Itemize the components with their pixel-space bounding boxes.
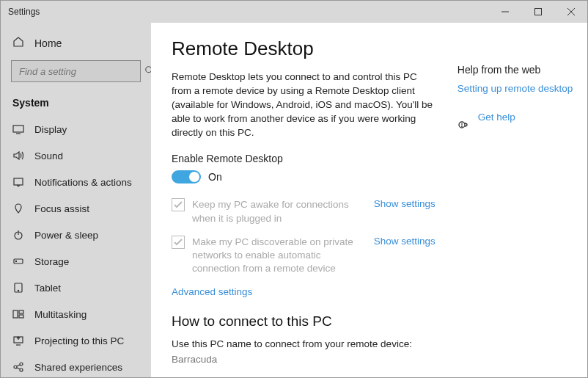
nav-label: Display	[34, 124, 67, 135]
svg-point-19	[14, 366, 17, 368]
window-title: Settings	[8, 7, 488, 17]
nav-label: Notifications & actions	[34, 177, 132, 188]
search-box[interactable]	[11, 60, 141, 82]
multitasking-icon	[12, 308, 24, 320]
focus-assist-icon	[12, 203, 24, 214]
connect-heading: How to connect to this PC	[172, 313, 436, 330]
nav-display[interactable]: Display	[1, 116, 151, 142]
svg-rect-15	[13, 310, 18, 318]
projecting-icon	[12, 335, 24, 346]
nav-power-sleep[interactable]: Power & sleep	[1, 222, 151, 248]
nav-label: Projecting to this PC	[34, 335, 124, 346]
svg-point-12	[15, 261, 16, 261]
keep-awake-label: Keep my PC awake for connections when it…	[192, 198, 374, 225]
help-panel: Help from the web Setting up remote desk…	[436, 37, 573, 377]
svg-rect-8	[14, 178, 23, 185]
svg-rect-11	[14, 259, 23, 263]
discoverable-show-settings-link[interactable]: Show settings	[374, 236, 436, 247]
titlebar: Settings	[1, 1, 587, 23]
display-icon	[12, 123, 24, 135]
pc-name: Barracuda	[172, 354, 436, 365]
svg-line-23	[17, 368, 20, 369]
notifications-icon	[12, 176, 24, 188]
help-heading: Help from the web	[457, 64, 573, 76]
home-icon	[12, 36, 24, 50]
section-label: System	[1, 90, 151, 116]
nav-label: Power & sleep	[34, 230, 98, 241]
svg-point-21	[20, 368, 23, 371]
nav-focus-assist[interactable]: Focus assist	[1, 195, 151, 222]
maximize-button[interactable]	[521, 1, 554, 23]
storage-icon	[12, 255, 24, 267]
shared-experiences-icon	[12, 361, 24, 373]
tablet-icon	[12, 282, 24, 294]
main-panel: Remote Desktop Remote Desktop lets you c…	[151, 23, 587, 377]
svg-point-20	[20, 363, 23, 366]
nav-sound[interactable]: Sound	[1, 142, 151, 169]
toggle-knob	[189, 172, 199, 182]
close-button[interactable]	[554, 1, 587, 23]
help-link[interactable]: Setting up remote desktop	[457, 83, 573, 94]
nav-label: Focus assist	[34, 203, 89, 214]
home-nav[interactable]: Home	[1, 30, 151, 56]
home-label: Home	[34, 37, 62, 49]
advanced-settings-link[interactable]: Advanced settings	[172, 286, 436, 297]
keep-awake-show-settings-link[interactable]: Show settings	[374, 198, 436, 209]
sidebar: Home System Display Sound	[1, 23, 151, 377]
nav-tablet[interactable]: Tablet	[1, 275, 151, 301]
get-help-icon	[457, 119, 469, 133]
nav-shared-experiences[interactable]: Shared experiences	[1, 354, 151, 377]
nav-label: Multitasking	[34, 309, 87, 320]
nav-storage[interactable]: Storage	[1, 248, 151, 275]
connect-text: Use this PC name to connect from your re…	[172, 338, 436, 349]
toggle-state: On	[208, 171, 222, 183]
search-icon	[144, 65, 151, 78]
svg-rect-17	[19, 315, 23, 318]
nav-label: Tablet	[34, 283, 61, 294]
nav-notifications[interactable]: Notifications & actions	[1, 169, 151, 195]
nav-multitasking[interactable]: Multitasking	[1, 301, 151, 327]
keep-awake-checkbox[interactable]	[172, 198, 185, 211]
discoverable-checkbox[interactable]	[172, 236, 185, 249]
svg-line-22	[17, 365, 20, 366]
power-icon	[12, 229, 24, 241]
discoverable-label: Make my PC discoverable on private netwo…	[192, 236, 374, 276]
nav-projecting[interactable]: Projecting to this PC	[1, 327, 151, 354]
search-input[interactable]	[18, 65, 144, 78]
get-help-link[interactable]: Get help	[478, 112, 515, 123]
svg-rect-16	[19, 310, 23, 313]
svg-point-14	[18, 290, 18, 291]
page-description: Remote Desktop lets you connect to and c…	[172, 70, 436, 139]
sound-icon	[12, 150, 24, 161]
page-title: Remote Desktop	[172, 37, 436, 60]
svg-point-26	[461, 126, 462, 127]
nav-label: Sound	[34, 150, 63, 161]
svg-rect-1	[534, 9, 541, 15]
nav-label: Shared experiences	[34, 362, 122, 373]
no-client-link[interactable]: Don't have a Remote Desktop client on yo…	[172, 375, 436, 377]
enable-remote-desktop-toggle[interactable]	[172, 170, 201, 183]
minimize-button[interactable]	[488, 1, 521, 23]
nav-label: Storage	[34, 256, 69, 267]
enable-label: Enable Remote Desktop	[172, 153, 436, 164]
svg-rect-6	[13, 126, 23, 132]
svg-point-4	[146, 66, 151, 72]
